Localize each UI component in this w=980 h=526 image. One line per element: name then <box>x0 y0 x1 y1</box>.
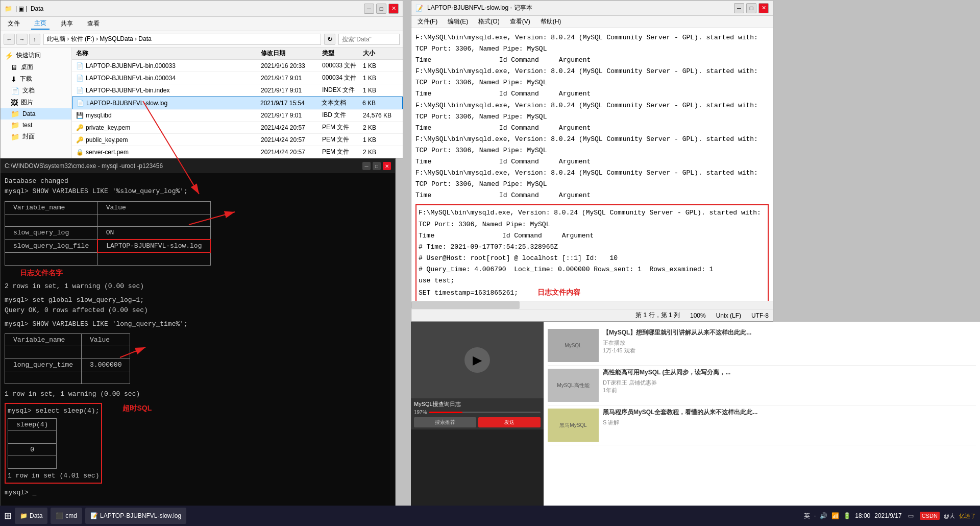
sidebar-item-data[interactable]: 📁 Data <box>1 108 71 119</box>
table-row[interactable]: 📄LAPTOP-BJUBNFVL-bin.000033 2021/9/16 20… <box>72 60 403 72</box>
list-item[interactable]: 黑马MySQL 黑马程序员MySQL全套教程，看懂的从来不这样出此此... S … <box>548 405 976 445</box>
table-row[interactable]: 📄LAPTOP-BJUBNFVL-bin.000034 2021/9/17 9:… <box>72 72 403 84</box>
menu-help[interactable]: 帮助(H) <box>538 16 564 27</box>
cmd-table-long-query: Variable_nameValue long_query_time3.0000… <box>5 333 130 384</box>
notepad-line: F:\MySQL\bin\mysqld.exe, Version: 8.0.24… <box>419 207 766 219</box>
ribbon-tab-home[interactable]: 主页 <box>31 18 50 30</box>
sidebar-label-cover: 封面 <box>22 132 35 141</box>
minimize-button[interactable]: ─ <box>364 4 374 14</box>
vid-info: 黑马程序员MySQL全套教程，看懂的从来不这样出此此... S 讲解 <box>603 409 976 442</box>
notepad-line: Time Id Command Argument <box>415 55 769 66</box>
table-row[interactable]: 📄LAPTOP-BJUBNFVL-bin.index 2021/9/17 9:0… <box>72 84 403 97</box>
notepad-close-button[interactable]: ✕ <box>758 3 769 13</box>
table-row[interactable]: 🔒server-cert.pem 2021/4/24 20:57 PEM 文件 … <box>72 146 403 158</box>
cmd-minimize-button[interactable]: ─ <box>362 162 371 170</box>
time-display: 197% <box>414 410 427 415</box>
sidebar-label-downloads: 下载 <box>20 75 32 83</box>
cast-button[interactable]: 发送 <box>478 417 541 427</box>
col-date: 修改日期 <box>261 49 322 58</box>
start-button-area[interactable]: ⊞ <box>4 510 12 521</box>
video-controls[interactable]: 197% <box>414 410 541 415</box>
notepad-statusbar: 第 1 行，第 1 列 100% Unix (LF) UTF-8 <box>411 309 773 321</box>
file-explorer-taskbar-icon: 📁 <box>20 512 28 519</box>
notepad-line: F:\MySQL\bin\mysqld.exe, Version: 8.0.24… <box>415 100 769 111</box>
search-input[interactable] <box>338 34 400 45</box>
sidebar-item-documents[interactable]: 📄 文档 <box>1 85 71 97</box>
status-zoom: 100% <box>690 312 706 319</box>
sidebar-item-test[interactable]: 📁 test <box>1 119 71 131</box>
cover-folder-icon: 📁 <box>11 133 19 141</box>
ribbon-tab-share[interactable]: 共享 <box>58 18 76 29</box>
address-bar: ← → ↑ 此电脑 › 软件 (F:) › MySQLData › Data ↻ <box>1 31 403 47</box>
cmd-line: mysql> SHOW VARIABLES LIKE '%slow_query_… <box>5 186 391 197</box>
windows-icon: ⊞ <box>4 510 12 521</box>
sidebar-item-pictures[interactable]: 🖼 图片 <box>1 97 71 108</box>
quickaccess-icon: ⚡ <box>5 52 13 60</box>
video-thumbnail: ▶ <box>411 322 544 398</box>
cmd-maximize-button[interactable]: □ <box>373 162 381 170</box>
file-icon: 📄 <box>76 87 84 94</box>
file-icon: 📄 <box>77 100 84 107</box>
col-size: 大小 <box>363 49 399 58</box>
refresh-button[interactable]: ↻ <box>324 34 335 45</box>
notepad-title: LAPTOP-BJUBNFVL-slow.log - 记事本 <box>427 4 532 12</box>
downloads-icon: ⬇ <box>11 75 17 83</box>
forward-button[interactable]: → <box>16 34 28 45</box>
table-row-selected[interactable]: 📄LAPTOP-BJUBNFVL-slow.log 2021/9/17 15:5… <box>72 97 403 109</box>
taskbar-file-explorer[interactable]: 📁 Data <box>15 508 47 524</box>
cmd-prompt: mysql> _ <box>5 488 391 498</box>
list-item[interactable]: MySQL 【MySQL】想到哪里就引引讲解从从来不这样出此此... 正在播放 … <box>548 326 976 366</box>
notepad-line: TCP Port: 3306, Named Pipe: MySQL <box>415 77 769 88</box>
vid-title: 高性能高可用MySQL (主从同步，读写分离，... <box>603 369 976 377</box>
cmd-content-area[interactable]: Database changed mysql> SHOW VARIABLES L… <box>1 173 395 525</box>
slow-log-file-value: LAPTOP-BJUBNFVL-slow.log <box>97 240 210 253</box>
list-item[interactable]: MySQL高性能 高性能高可用MySQL (主从同步，读写分离，... DT课程… <box>548 366 976 405</box>
play-button[interactable]: ▶ <box>464 347 490 373</box>
up-button[interactable]: ↑ <box>29 34 40 45</box>
table-row[interactable]: 🔑private_key.pem 2021/4/24 20:57 PEM 文件 … <box>72 122 403 134</box>
notepad-line: # Time: 2021-09-17T07:54:25.328965Z <box>419 242 766 253</box>
notepad-line: Time Id Command Argument <box>415 123 769 134</box>
tray-lang[interactable]: 英 <box>804 512 810 520</box>
sidebar-item-downloads[interactable]: ⬇ 下载 <box>1 73 71 85</box>
tray-network-icon[interactable]: 📶 <box>831 512 839 519</box>
table-row[interactable]: 🔑public_key.pem 2021/4/24 20:57 PEM 文件 1… <box>72 134 403 146</box>
menu-edit[interactable]: 编辑(E) <box>446 16 470 27</box>
taskbar-notepad[interactable]: 📝 LAPTOP-BJUBNFVL-slow.log <box>85 508 186 524</box>
cmd-close-button[interactable]: ✕ <box>383 162 391 170</box>
sidebar-label-pictures: 图片 <box>21 98 33 107</box>
back-button[interactable]: ← <box>4 34 15 45</box>
file-list-header: 名称 修改日期 类型 大小 <box>72 47 403 60</box>
cmd-line: Query OK, 0 rows affected (0.00 sec) <box>5 305 391 316</box>
maximize-button[interactable]: □ <box>376 4 386 14</box>
tray-battery-icon[interactable]: 🔋 <box>843 512 851 519</box>
tray-extra: @大 <box>944 512 955 520</box>
sidebar-item-cover[interactable]: 📁 封面 <box>1 131 71 142</box>
notepad-content-area[interactable]: F:\MySQL\bin\mysqld.exe, Version: 8.0.24… <box>411 28 773 301</box>
sidebar-item-desktop[interactable]: 🖥 桌面 <box>1 61 71 73</box>
breadcrumb[interactable]: 此电脑 › 软件 (F:) › MySQLData › Data <box>43 34 321 45</box>
menu-view[interactable]: 查看(V) <box>508 16 532 27</box>
notepad-maximize-button[interactable]: □ <box>746 3 756 13</box>
recommend-button[interactable]: 搜索推荐 <box>414 417 476 427</box>
tray-show-desktop[interactable]: ▭ <box>906 512 916 519</box>
table-row[interactable]: 💾mysql.ibd 2021/9/17 9:01 IBD 文件 24,576 … <box>72 109 403 122</box>
menu-format[interactable]: 格式(O) <box>476 16 501 27</box>
vid-meta: 正在播放 <box>603 339 976 347</box>
notepad-hscroll[interactable] <box>411 301 773 309</box>
sidebar-item-quickaccess[interactable]: ⚡ 快速访问 <box>1 50 71 61</box>
notepad-line: SET timestamp=1631865261; 日志文件内容 <box>419 286 766 299</box>
progress-track[interactable] <box>429 412 541 413</box>
ribbon-tab-file[interactable]: 文件 <box>5 18 23 29</box>
pictures-icon: 🖼 <box>11 99 18 107</box>
taskbar-cmd[interactable]: ⬛ cmd <box>51 508 82 524</box>
tray-volume-icon[interactable]: 🔊 <box>820 512 827 519</box>
notepad-line: Time Id Command Argument <box>415 156 769 168</box>
notepad-minimize-button[interactable]: ─ <box>734 3 744 13</box>
tray-time: 18:00 <box>855 512 870 519</box>
menu-file[interactable]: 文件(F) <box>415 16 439 27</box>
notepad-line: # User@Host: root[root] @ localhost [::1… <box>419 253 766 264</box>
ribbon-tab-view[interactable]: 查看 <box>84 18 103 29</box>
close-button[interactable]: ✕ <box>388 4 399 14</box>
notepad-line: Time Id Command Argument <box>415 88 769 100</box>
